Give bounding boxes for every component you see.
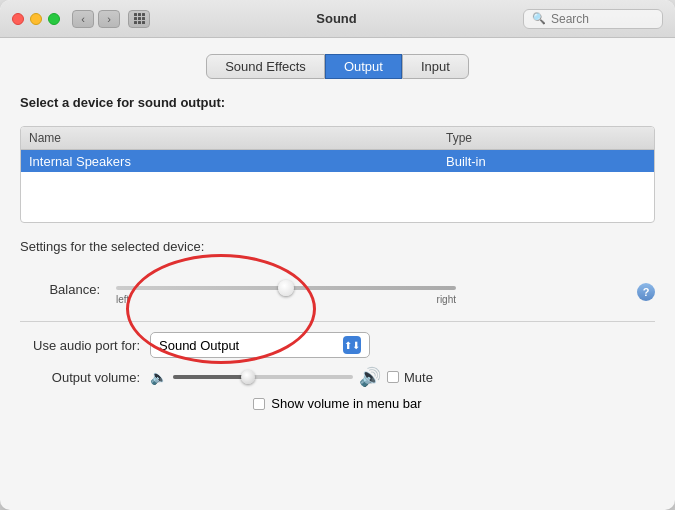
forward-button[interactable]: ›: [98, 10, 120, 28]
volume-label: Output volume:: [20, 370, 140, 385]
table-empty-row: [21, 172, 654, 222]
volume-controls: 🔈 🔊 Mute: [150, 366, 433, 388]
grid-icon: [134, 13, 145, 24]
content-area: Sound Effects Output Input Select a devi…: [0, 38, 675, 510]
tabs-container: Sound Effects Output Input: [20, 54, 655, 79]
minimize-button[interactable]: [30, 13, 42, 25]
volume-high-icon: 🔊: [359, 366, 381, 388]
col-header-name: Name: [29, 129, 446, 147]
table-header: Name Type: [21, 127, 654, 150]
bottom-section: Use audio port for: Sound Output ⬆⬇ Outp…: [20, 321, 655, 411]
help-button[interactable]: ?: [637, 283, 655, 301]
window-title: Sound: [150, 11, 523, 26]
balance-right-label: right: [437, 294, 456, 305]
search-input[interactable]: [551, 12, 654, 26]
titlebar: ‹ › Sound 🔍: [0, 0, 675, 38]
search-icon: 🔍: [532, 12, 546, 25]
volume-track: [173, 375, 353, 379]
back-button[interactable]: ‹: [72, 10, 94, 28]
balance-track: [116, 286, 456, 290]
volume-thumb[interactable]: [241, 370, 255, 384]
volume-low-icon: 🔈: [150, 369, 167, 385]
device-type: Built-in: [446, 154, 646, 169]
search-box[interactable]: 🔍: [523, 9, 663, 29]
grid-button[interactable]: [128, 10, 150, 28]
device-name: Internal Speakers: [29, 154, 446, 169]
mute-row: Mute: [387, 370, 433, 385]
tab-input[interactable]: Input: [402, 54, 469, 79]
close-button[interactable]: [12, 13, 24, 25]
mute-label: Mute: [404, 370, 433, 385]
balance-thumb[interactable]: [278, 280, 294, 296]
balance-left-label: left: [116, 294, 129, 305]
main-window: ‹ › Sound 🔍 Sound Effects Output Input S…: [0, 0, 675, 510]
table-row[interactable]: Internal Speakers Built-in: [21, 150, 654, 172]
audio-port-dropdown[interactable]: Sound Output ⬆⬇: [150, 332, 370, 358]
dropdown-arrow-icon: ⬆⬇: [343, 336, 361, 354]
tab-sound-effects[interactable]: Sound Effects: [206, 54, 325, 79]
device-table: Name Type Internal Speakers Built-in: [20, 126, 655, 223]
nav-buttons: ‹ ›: [72, 10, 120, 28]
audio-port-label: Use audio port for:: [20, 338, 140, 353]
show-volume-checkbox[interactable]: [253, 398, 265, 410]
show-volume-label: Show volume in menu bar: [271, 396, 421, 411]
volume-row: Output volume: 🔈 🔊 Mute: [20, 366, 655, 388]
balance-slider-container: left right: [116, 274, 456, 305]
tab-output[interactable]: Output: [325, 54, 402, 79]
mute-checkbox[interactable]: [387, 371, 399, 383]
show-volume-row: Show volume in menu bar: [20, 396, 655, 411]
traffic-lights: [12, 13, 60, 25]
settings-label: Settings for the selected device:: [20, 239, 655, 254]
audio-port-row: Use audio port for: Sound Output ⬆⬇: [20, 332, 655, 358]
volume-fill: [173, 375, 245, 379]
section-title: Select a device for sound output:: [20, 95, 655, 110]
audio-port-value: Sound Output: [159, 338, 239, 353]
balance-label: Balance:: [20, 282, 100, 297]
balance-row: Balance: left right ?: [20, 274, 655, 305]
col-header-type: Type: [446, 129, 646, 147]
maximize-button[interactable]: [48, 13, 60, 25]
